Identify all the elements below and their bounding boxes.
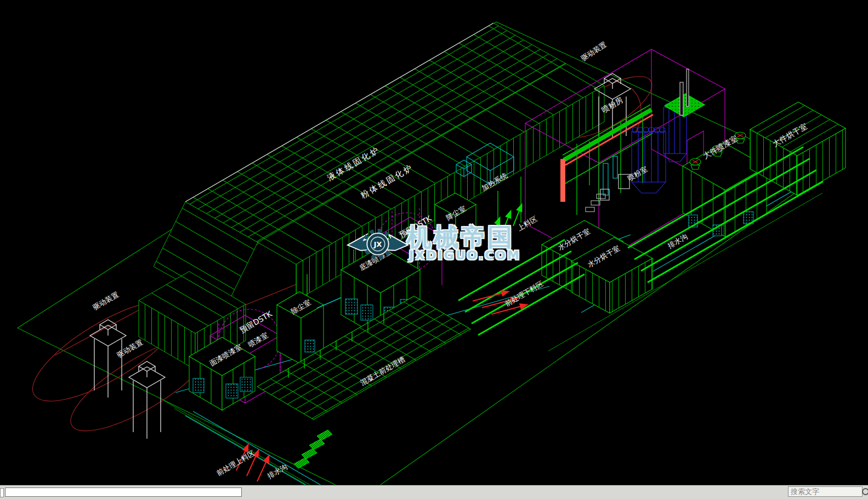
stairs [294,430,332,468]
watermark-logo: JX [345,217,410,271]
search-input[interactable] [788,486,863,497]
watermark-subtitle: JXDIGUO.COM [409,248,521,262]
watermark: JX 机械帝国 JXDIGUO.COM [345,217,576,274]
command-bar [0,485,868,499]
bar-grip[interactable] [0,488,4,497]
command-input[interactable] [5,487,242,497]
watermark-logo-text: JX [373,240,382,248]
search-icon[interactable] [862,488,868,495]
hatched-pad [665,94,705,117]
cad-viewport[interactable]: 驱动装置液体线固化炉粉体线固化炉喷粉房喷粉室大件喷漆室大件烘干室水分烘干室水分烘… [0,0,868,499]
